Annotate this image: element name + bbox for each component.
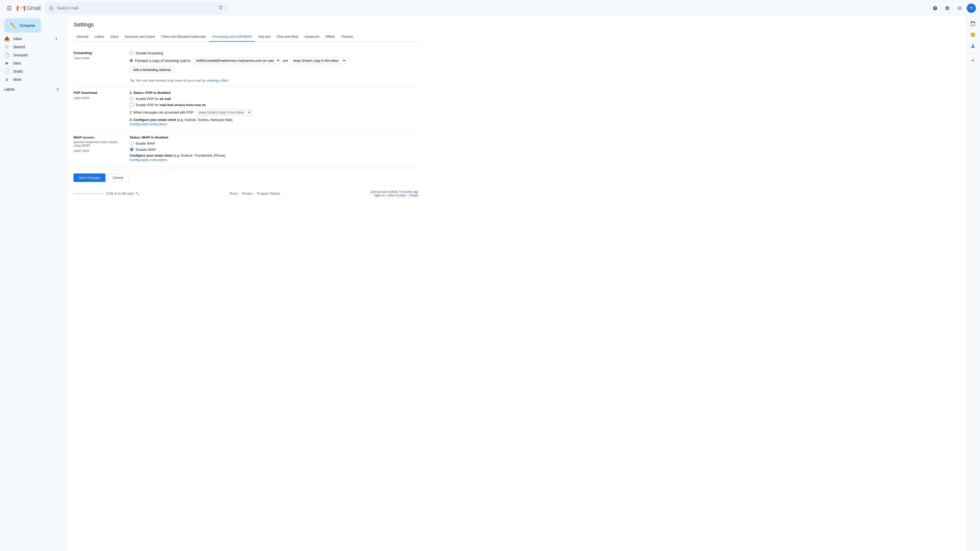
keep-copy-select[interactable]: keep Gmail's copy in the Inbox bbox=[290, 57, 346, 64]
sidebar-item-inbox[interactable]: 📥 Inbox 1 bbox=[0, 35, 61, 43]
pop-label-area: POP download: Learn more bbox=[73, 91, 130, 127]
sent-icon: ➤ bbox=[4, 60, 9, 66]
right-calendar-button[interactable] bbox=[968, 18, 978, 29]
tab-accounts[interactable]: Accounts and Import bbox=[121, 32, 158, 42]
sidebar-item-starred[interactable]: ☆ Starred bbox=[0, 43, 61, 51]
app-name: Gmail bbox=[27, 5, 41, 11]
search-bar bbox=[45, 2, 228, 14]
tab-offline[interactable]: Offline bbox=[322, 32, 338, 42]
programs-link[interactable]: Program Policies bbox=[257, 192, 280, 195]
footer-right: Last account activity: 0 minutes ago Ope… bbox=[370, 190, 418, 197]
apps-button[interactable] bbox=[955, 3, 965, 13]
tab-filters[interactable]: Filters and Blocked Addresses bbox=[158, 32, 209, 42]
when-messages-label: 2. When messages are accessed with POP bbox=[130, 110, 193, 114]
labels-section: Labels + bbox=[0, 84, 65, 94]
imap-label-area: IMAP access: (access Gmail from other cl… bbox=[73, 135, 130, 163]
compose-button[interactable]: ✏️ Compose bbox=[4, 18, 41, 33]
menu-button[interactable] bbox=[4, 3, 14, 13]
pop-config-link[interactable]: Configuration instructions bbox=[130, 122, 418, 126]
avatar[interactable]: H bbox=[967, 3, 976, 13]
forwarding-learn-more[interactable]: Learn more bbox=[73, 56, 89, 60]
drafts-icon: 📄 bbox=[4, 68, 9, 74]
gmail-logo[interactable]: Gmail bbox=[16, 3, 41, 13]
tab-forwarding[interactable]: Forwarding and POP/IMAP bbox=[209, 32, 255, 42]
forwarding-label-area: Forwarding: Learn more bbox=[73, 51, 130, 83]
imap-enable-radio[interactable] bbox=[130, 141, 134, 145]
forward-address-select[interactable]: 3i4ft5zmwds8@mailservice.chatmaxima.com … bbox=[192, 57, 280, 64]
sidebar-item-drafts[interactable]: 📄 Drafts bbox=[0, 67, 61, 76]
details-link[interactable]: Details bbox=[409, 194, 418, 197]
disable-forwarding-radio[interactable] bbox=[130, 51, 134, 55]
imap-config-desc: (e.g. Outlook, Thunderbird, iPhone) bbox=[173, 154, 225, 157]
pop-enable-all-row: Enable POP for all mail bbox=[130, 97, 418, 101]
settings-body: Forwarding: Learn more Disable forwardin… bbox=[73, 42, 418, 206]
imap-status: Status: IMAP is disabled bbox=[130, 135, 418, 139]
tab-labels[interactable]: Labels bbox=[91, 32, 107, 42]
sidebar-item-snoozed[interactable]: 🕐 Snoozed bbox=[0, 51, 61, 59]
right-contacts-button[interactable] bbox=[968, 41, 978, 51]
right-sidebar bbox=[966, 16, 980, 551]
forwarding-heading: Forwarding: bbox=[73, 51, 124, 55]
disable-forwarding-label[interactable]: Disable forwarding bbox=[136, 51, 163, 55]
open-location-link[interactable]: Open in 1 other location bbox=[374, 194, 407, 197]
pop-learn-more[interactable]: Learn more bbox=[73, 96, 89, 100]
imap-disable-radio[interactable] bbox=[130, 148, 134, 151]
sidebar-item-sent[interactable]: ➤ Sent bbox=[0, 59, 61, 67]
settings-button[interactable] bbox=[942, 3, 953, 13]
tab-general[interactable]: General bbox=[73, 32, 91, 42]
and-text: and bbox=[283, 59, 288, 62]
tab-inbox[interactable]: Inbox bbox=[107, 32, 122, 42]
cancel-button[interactable]: Cancel bbox=[107, 173, 128, 182]
save-changes-button[interactable]: Save Changes bbox=[73, 173, 105, 182]
snoozed-icon: 🕐 bbox=[4, 52, 9, 58]
forward-copy-label[interactable]: Forward a copy of incoming mail to bbox=[135, 59, 190, 63]
disable-forwarding-row: Disable forwarding bbox=[130, 51, 418, 55]
pop-enable-now-radio[interactable] bbox=[130, 103, 134, 107]
pop-heading: POP download: bbox=[73, 91, 124, 95]
pop-enable-all-radio[interactable] bbox=[130, 97, 134, 101]
pop-status: 1. Status: POP is disabled bbox=[130, 91, 418, 95]
create-filter-link[interactable]: creating a filter! bbox=[206, 79, 229, 83]
pop-config-heading: 3. Configure your email client bbox=[130, 118, 176, 122]
gmail-logo-icon bbox=[16, 3, 25, 13]
imap-config-link[interactable]: Configuration instructions bbox=[130, 158, 418, 162]
right-add-button[interactable] bbox=[968, 56, 978, 65]
pop-enable-all-label[interactable]: Enable POP for all mail bbox=[136, 97, 171, 101]
search-options-icon bbox=[218, 6, 223, 11]
tab-themes[interactable]: Themes bbox=[338, 32, 356, 42]
footer: 0 GB of 15 GB used ✏️ Terms · Privacy · … bbox=[73, 186, 418, 201]
when-messages-row: 2. When messages are accessed with POP k… bbox=[130, 109, 418, 116]
calendar-icon bbox=[970, 21, 975, 26]
help-icon bbox=[932, 6, 938, 11]
pop-content: 1. Status: POP is disabled Enable POP fo… bbox=[130, 91, 418, 127]
add-label-button[interactable]: + bbox=[54, 86, 61, 93]
right-tasks-button[interactable] bbox=[968, 30, 978, 40]
more-icon: ∨ bbox=[4, 77, 9, 83]
sidebar: ✏️ Compose 📥 Inbox 1 ☆ Starred 🕐 Snoozed… bbox=[0, 16, 65, 551]
search-input[interactable] bbox=[57, 6, 214, 11]
forwarding-tip: Tip: You can also forward only some of y… bbox=[130, 79, 418, 83]
enable-forwarding-radio[interactable] bbox=[130, 59, 133, 62]
terms-link[interactable]: Terms bbox=[229, 192, 238, 195]
sidebar-item-more[interactable]: ∨ More bbox=[0, 76, 61, 84]
tasks-icon bbox=[970, 32, 975, 37]
main-layout: ✏️ Compose 📥 Inbox 1 ☆ Starred 🕐 Snoozed… bbox=[0, 16, 980, 551]
footer-left: 0 GB of 15 GB used ✏️ bbox=[73, 192, 139, 195]
tab-chat[interactable]: Chat and Meet bbox=[274, 32, 301, 42]
imap-learn-more[interactable]: Learn more bbox=[73, 149, 89, 152]
imap-enable-label[interactable]: Enable IMAP bbox=[136, 141, 155, 145]
pop-action-select[interactable]: keep Gmail's copy in the Inbox bbox=[196, 109, 251, 116]
hamburger-icon bbox=[7, 6, 11, 10]
add-forwarding-button[interactable]: Add a forwarding address bbox=[130, 66, 174, 73]
tab-addons[interactable]: Add-ons bbox=[255, 32, 273, 42]
imap-disable-label[interactable]: Disable IMAP bbox=[136, 148, 156, 151]
settings-container: Settings General Labels Inbox Accounts a… bbox=[67, 16, 425, 211]
pop-config-desc: (e.g. Outlook, Eudora, Netscape Mail) bbox=[177, 118, 233, 122]
imap-content: Status: IMAP is disabled Enable IMAP Dis… bbox=[130, 135, 418, 163]
tab-advanced[interactable]: Advanced bbox=[301, 32, 322, 42]
pop-enable-now-label[interactable]: Enable POP for mail that arrives from no… bbox=[136, 103, 206, 107]
footer-links: Terms · Privacy · Program Policies bbox=[228, 192, 281, 195]
search-options-button[interactable] bbox=[217, 5, 224, 12]
help-button[interactable] bbox=[930, 3, 940, 13]
privacy-link[interactable]: Privacy bbox=[242, 192, 252, 195]
